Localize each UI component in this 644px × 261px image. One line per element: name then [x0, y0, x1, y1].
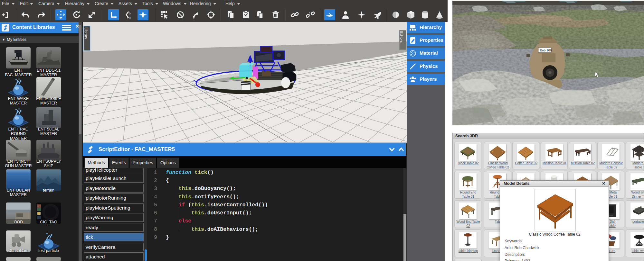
svg-text:Rob 100: Rob 100 — [540, 48, 552, 52]
svg-text:x: x — [129, 16, 131, 19]
svg-text:y: y — [129, 12, 131, 15]
